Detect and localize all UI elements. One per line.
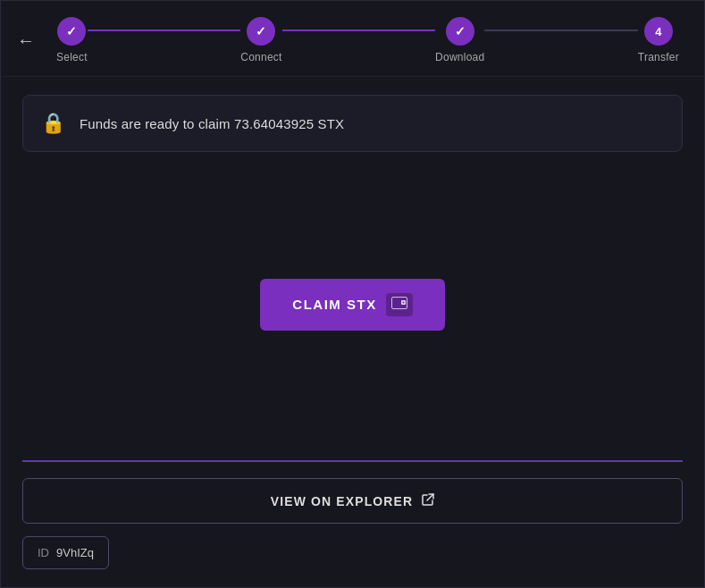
step-label-transfer: Transfer [638, 51, 679, 63]
funds-banner: 🔒 Funds are ready to claim 73.64043925 S… [22, 95, 683, 152]
step-select: ✓ Select [56, 17, 88, 63]
step-label-download: Download [435, 51, 484, 63]
connector-2 [282, 29, 435, 31]
connector-1 [88, 29, 240, 31]
step-circle-transfer: 4 [644, 17, 673, 46]
check-icon-connect: ✓ [256, 24, 266, 38]
step-label-connect: Connect [240, 51, 281, 63]
id-value: 9VhIZq [56, 546, 94, 559]
divider [22, 460, 683, 462]
step-circle-connect: ✓ [247, 17, 275, 46]
wallet-icon [386, 293, 413, 316]
step-download: ✓ Download [435, 17, 484, 63]
app-container: ← ✓ Select ✓ Connect ✓ [0, 0, 705, 588]
explorer-button-label: VIEW ON EXPLORER [271, 494, 414, 508]
step-transfer: 4 Transfer [638, 17, 679, 63]
view-on-explorer-button[interactable]: VIEW ON EXPLORER [22, 478, 683, 524]
stepper-bar: ← ✓ Select ✓ Connect ✓ [1, 1, 704, 77]
main-content: 🔒 Funds are ready to claim 73.64043925 S… [1, 77, 704, 460]
id-badge: ID 9VhIZq [22, 536, 109, 569]
connector-3 [484, 29, 637, 31]
lock-icon: 🔒 [41, 112, 65, 135]
bottom-section: VIEW ON EXPLORER ID 9VhIZq [1, 460, 704, 587]
step-label-select: Select [56, 51, 88, 63]
claim-button-label: CLAIM STX [292, 297, 376, 312]
check-icon-select: ✓ [66, 24, 77, 38]
id-label: ID [38, 546, 49, 559]
external-link-icon [422, 493, 434, 508]
step-circle-download: ✓ [446, 17, 474, 46]
check-icon-download: ✓ [455, 24, 466, 38]
step-badge-transfer: 4 [655, 25, 661, 38]
step-connect: ✓ Connect [240, 17, 281, 63]
step-circle-select: ✓ [57, 17, 86, 46]
funds-text: Funds are ready to claim 73.64043925 STX [80, 116, 344, 131]
svg-point-2 [402, 301, 404, 303]
claim-area: CLAIM STX [22, 166, 683, 442]
claim-stx-button[interactable]: CLAIM STX [260, 279, 444, 331]
back-button[interactable]: ← [17, 31, 35, 49]
stepper: ✓ Select ✓ Connect ✓ Download [56, 17, 679, 63]
